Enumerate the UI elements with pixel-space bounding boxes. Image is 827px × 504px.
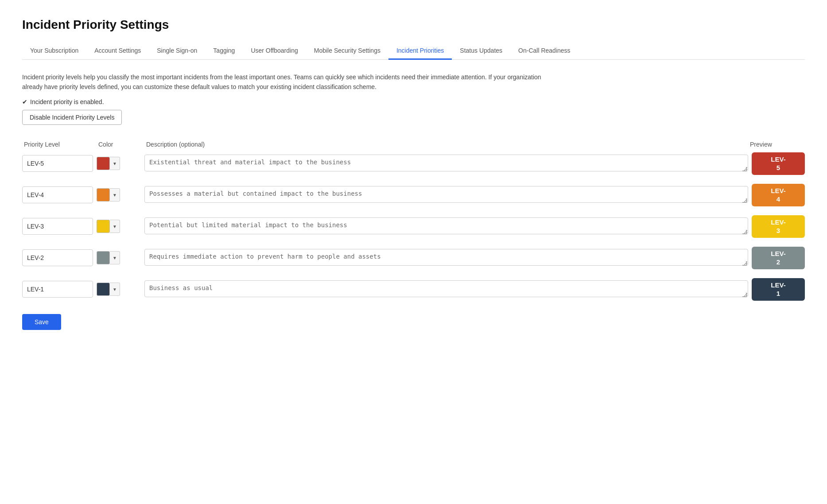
col-header-priority: Priority Level [24, 141, 95, 148]
nav-tabs: Your SubscriptionAccount SettingsSingle … [22, 43, 805, 60]
preview-badge-lev5: LEV-5 [752, 152, 805, 175]
description-input-lev2[interactable] [144, 249, 748, 266]
color-box-lev5[interactable] [97, 157, 110, 170]
priority-row-lev2: ▼LEV-2 [22, 247, 805, 269]
page-title: Incident Priority Settings [22, 18, 805, 32]
priority-row-lev5: ▼LEV-5 [22, 152, 805, 175]
priority-row-lev4: ▼LEV-4 [22, 184, 805, 206]
tab-status-updates[interactable]: Status Updates [452, 43, 510, 60]
color-dropdown-lev2[interactable]: ▼ [110, 251, 120, 264]
color-dropdown-lev1[interactable]: ▼ [110, 283, 120, 296]
preview-badge-lev1: LEV-1 [752, 278, 805, 301]
col-header-color: Color [98, 141, 143, 148]
description-input-lev4[interactable] [144, 186, 748, 203]
page-container: Incident Priority Settings Your Subscrip… [0, 0, 827, 504]
disable-button[interactable]: Disable Incident Priority Levels [22, 110, 122, 125]
preview-badge-lev3: LEV-3 [752, 215, 805, 238]
tab-account-settings[interactable]: Account Settings [86, 43, 149, 60]
priority-row-lev1: ▼LEV-1 [22, 278, 805, 301]
level-input-lev5[interactable] [22, 155, 93, 172]
tab-user-offboarding[interactable]: User Offboarding [243, 43, 306, 60]
level-input-lev2[interactable] [22, 249, 93, 266]
color-dropdown-lev5[interactable]: ▼ [110, 157, 120, 170]
description-text: Incident priority levels help you classi… [22, 72, 554, 92]
color-selector-lev5: ▼ [97, 157, 141, 170]
color-box-lev2[interactable] [97, 251, 110, 264]
preview-badge-lev4: LEV-4 [752, 184, 805, 206]
color-box-lev4[interactable] [97, 188, 110, 202]
tab-mobile-security-settings[interactable]: Mobile Security Settings [306, 43, 388, 60]
color-selector-lev4: ▼ [97, 188, 141, 202]
tab-single-sign-on[interactable]: Single Sign-on [149, 43, 205, 60]
color-dropdown-lev3[interactable]: ▼ [110, 220, 120, 233]
description-wrapper-lev4 [144, 186, 748, 204]
color-selector-lev2: ▼ [97, 251, 141, 264]
level-input-lev4[interactable] [22, 186, 93, 203]
description-wrapper-lev1 [144, 280, 748, 299]
color-dropdown-lev4[interactable]: ▼ [110, 188, 120, 202]
description-input-lev3[interactable] [144, 217, 748, 234]
priority-row-lev3: ▼LEV-3 [22, 215, 805, 238]
priority-rows-container: ▼LEV-5▼LEV-4▼LEV-3▼LEV-2▼LEV-1 [22, 152, 805, 301]
color-box-lev1[interactable] [97, 283, 110, 296]
check-icon: ✔ [22, 98, 27, 105]
col-header-preview: Preview [750, 141, 803, 148]
preview-badge-lev2: LEV-2 [752, 247, 805, 269]
level-input-lev3[interactable] [22, 218, 93, 235]
tab-your-subscription[interactable]: Your Subscription [22, 43, 86, 60]
col-header-description: Description (optional) [146, 141, 746, 148]
table-header: Priority Level Color Description (option… [22, 141, 805, 148]
tab-tagging[interactable]: Tagging [205, 43, 243, 60]
save-button[interactable]: Save [22, 314, 61, 330]
description-wrapper-lev2 [144, 249, 748, 267]
color-selector-lev1: ▼ [97, 283, 141, 296]
description-wrapper-lev5 [144, 155, 748, 173]
enabled-label: Incident priority is enabled. [30, 98, 104, 105]
color-selector-lev3: ▼ [97, 220, 141, 233]
description-input-lev1[interactable] [144, 280, 748, 297]
description-wrapper-lev3 [144, 217, 748, 236]
tab-on-call-readiness[interactable]: On-Call Readiness [510, 43, 579, 60]
color-box-lev3[interactable] [97, 220, 110, 233]
enabled-status: ✔ Incident priority is enabled. [22, 98, 805, 105]
level-input-lev1[interactable] [22, 281, 93, 298]
description-input-lev5[interactable] [144, 155, 748, 171]
tab-incident-priorities[interactable]: Incident Priorities [388, 43, 452, 60]
